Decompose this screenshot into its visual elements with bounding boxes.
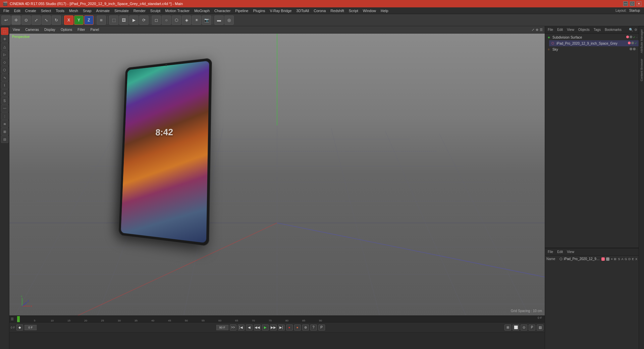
menu-vray[interactable]: V-Ray Bridge: [268, 8, 294, 13]
x-axis-button[interactable]: X: [64, 15, 73, 25]
nurbs-tool[interactable]: ⬡: [172, 15, 181, 25]
frame-input[interactable]: [24, 325, 37, 330]
menu-animate[interactable]: Animate: [94, 8, 112, 13]
viewport-3d[interactable]: .grid-line { stroke: rgba(100,100,120,0.…: [9, 34, 545, 315]
menu-window[interactable]: Window: [361, 8, 378, 13]
menu-tools[interactable]: Tools: [54, 8, 66, 13]
goto-start-button[interactable]: |◀: [238, 325, 245, 331]
content-browser-tab[interactable]: Content Browser: [639, 56, 644, 84]
cube-tool[interactable]: ◻: [152, 15, 161, 25]
menu-edit[interactable]: Edit: [12, 8, 22, 13]
rp-search-icon[interactable]: 🔍: [629, 28, 633, 32]
vp-menu-panel[interactable]: Panel: [89, 27, 101, 32]
cursor-tool[interactable]: ✛: [11, 15, 21, 25]
menu-file[interactable]: File: [1, 8, 11, 13]
attr-btn-6[interactable]: D: [628, 257, 631, 261]
light-tool[interactable]: ☀: [192, 15, 201, 25]
left-tool-13[interactable]: ≋: [1, 120, 8, 128]
menu-render[interactable]: Render: [131, 8, 148, 13]
left-tool-11[interactable]: 〰: [1, 105, 8, 112]
sphere-tool[interactable]: ○: [162, 15, 171, 25]
left-tool-9[interactable]: ⎊: [1, 89, 8, 97]
rp-bookmarks-btn[interactable]: Bookmarks: [603, 28, 623, 32]
menu-script[interactable]: Script: [347, 8, 360, 13]
tl-settings-btn[interactable]: P: [318, 325, 325, 331]
render-button[interactable]: ▶: [129, 15, 139, 25]
y-axis-button[interactable]: Y: [74, 15, 84, 25]
record-button[interactable]: ●: [286, 325, 293, 331]
timeline-ruler[interactable]: 0 5 10 15 20 25 30 35 40 45 50 55 60 65: [16, 316, 543, 322]
viewport-icon-1[interactable]: ⤢: [532, 28, 534, 32]
attr-btn-8[interactable]: X: [635, 257, 637, 261]
close-button[interactable]: ✕: [637, 1, 641, 6]
attr-btn-3[interactable]: S: [618, 257, 620, 261]
menu-help[interactable]: Help: [379, 8, 390, 13]
vp-menu-filter[interactable]: Filter: [76, 27, 86, 32]
frame-input-right[interactable]: [216, 325, 228, 330]
tl-motion-btn5[interactable]: ▨: [537, 325, 543, 331]
play-button[interactable]: ▶: [262, 325, 269, 331]
menu-mesh[interactable]: Mesh: [67, 8, 80, 13]
rp-file-btn[interactable]: File: [546, 28, 554, 32]
attr-btn-2[interactable]: ⊞: [614, 257, 616, 261]
maximize-button[interactable]: □: [630, 1, 635, 6]
tl-motion-btn2[interactable]: ⬜: [513, 325, 519, 331]
left-tool-10[interactable]: S: [1, 97, 8, 104]
viewport-icon-2[interactable]: ⊕: [536, 28, 538, 32]
goto-end-button[interactable]: ▶|: [278, 325, 285, 331]
scene-obj-ipad[interactable]: ⬡ iPad_Pro_2020_12_9_inch_Space_Grey ✓: [549, 40, 639, 46]
rp-edit-btn[interactable]: Edit: [556, 28, 564, 32]
keyframe-button[interactable]: ◆: [16, 325, 23, 331]
z-axis-button[interactable]: Z: [84, 15, 94, 25]
left-tool-6[interactable]: ⬡: [1, 66, 8, 73]
rp-bottom-file-btn[interactable]: File: [546, 250, 554, 254]
deformer-tool[interactable]: ◈: [182, 15, 191, 25]
rotate-tool[interactable]: ↻: [52, 15, 61, 25]
attr-btn-4[interactable]: A: [621, 257, 623, 261]
floor-tool[interactable]: ▬: [214, 15, 224, 25]
tl-motion-btn1[interactable]: ⊞: [504, 325, 511, 331]
vp-menu-display[interactable]: Display: [43, 27, 57, 32]
left-tool-8[interactable]: ⌇: [1, 82, 8, 89]
left-tool-12[interactable]: ⋮: [1, 112, 8, 120]
left-tool-14[interactable]: ⊞: [1, 128, 8, 135]
render-region-button[interactable]: ⬚: [109, 15, 118, 25]
left-tool-5[interactable]: ◇: [1, 58, 8, 66]
menu-pipeline[interactable]: Pipeline: [233, 8, 250, 13]
minimize-button[interactable]: —: [623, 1, 628, 6]
menu-mograph[interactable]: MoGraph: [192, 8, 212, 13]
vp-menu-view[interactable]: View: [11, 27, 21, 32]
rp-view-btn[interactable]: View: [566, 28, 576, 32]
left-tool-15[interactable]: ⊟: [1, 136, 8, 143]
autokey-button[interactable]: ●: [294, 325, 301, 331]
vp-menu-cameras[interactable]: Cameras: [24, 27, 41, 32]
rp-bottom-edit-btn[interactable]: Edit: [556, 250, 564, 254]
left-tool-select[interactable]: ⬚: [1, 28, 8, 35]
attr-btn-7[interactable]: E: [632, 257, 634, 261]
left-tool-2[interactable]: ✛: [1, 35, 8, 43]
render-picture-viewer-button[interactable]: 🖼: [119, 15, 128, 25]
tl-help-btn[interactable]: ?: [310, 325, 317, 331]
tl-motion-btn4[interactable]: P: [529, 325, 535, 331]
menu-simulate[interactable]: Simulate: [112, 8, 131, 13]
rp-tags-btn[interactable]: Tags: [592, 28, 602, 32]
camera-tool[interactable]: 📷: [202, 15, 211, 25]
live-select-tool[interactable]: ⊙: [21, 15, 31, 25]
tl-mode-btn[interactable]: ⊚: [302, 325, 309, 331]
menu-3dtoall[interactable]: 3DToAll: [294, 8, 311, 13]
interactive-render-button[interactable]: ⟳: [139, 15, 149, 25]
prev-frame-button[interactable]: ◀: [246, 325, 253, 331]
menu-corona[interactable]: Corona: [312, 8, 328, 13]
next-frame-button[interactable]: ▶▶: [270, 325, 277, 331]
play-reverse-button[interactable]: ◀◀: [254, 325, 261, 331]
left-tool-3[interactable]: △: [1, 43, 8, 50]
viewport-icon-3[interactable]: ☰: [540, 28, 543, 32]
left-tool-7[interactable]: ∿: [1, 74, 8, 81]
attr-btn-1[interactable]: ≡: [611, 257, 612, 261]
scene-obj-subdivision[interactable]: ◈ Subdivision Surface ✓ ·: [545, 34, 639, 40]
attr-btn-5[interactable]: G: [625, 257, 627, 261]
menu-redshift[interactable]: Redshift: [328, 8, 346, 13]
timeline-expand-btn[interactable]: >>: [230, 325, 236, 331]
menu-motion-tracker[interactable]: Motion Tracker: [163, 8, 192, 13]
vp-menu-options[interactable]: Options: [59, 27, 73, 32]
